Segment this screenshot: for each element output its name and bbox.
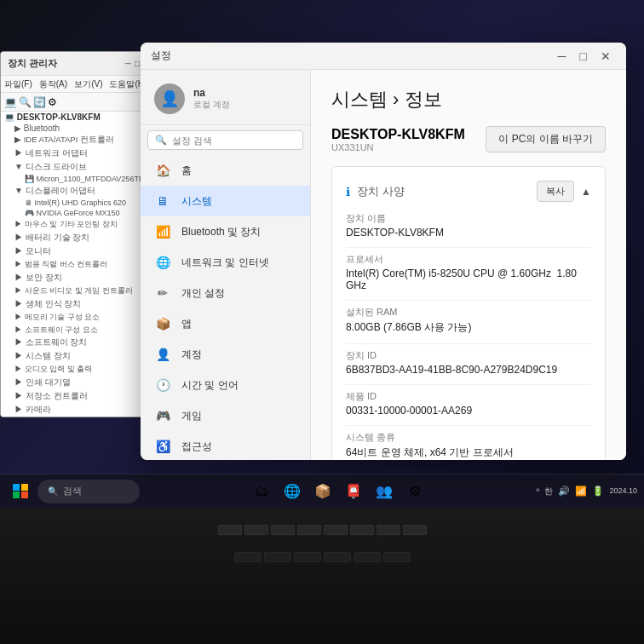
dm-item-computer[interactable]: 💻 DESKTOP-KLV8KFM: [1, 112, 157, 123]
dm-item-usb[interactable]: ▶ 범용 직렬 버스 컨트롤러: [1, 258, 157, 271]
dm-item-sound[interactable]: ▶ 사운드 비디오 및 게임 컨트롤러: [1, 285, 157, 297]
taskbar-search-box[interactable]: 🔍 검색: [37, 480, 140, 503]
home-icon: 🏠: [154, 162, 171, 179]
dm-item-micron[interactable]: 💾 Micron_1100_MTFDDAV256TBN: [1, 174, 157, 184]
dm-item-security[interactable]: ▶ 보안 장치: [1, 271, 157, 285]
sidebar-label-bluetooth: Bluetooth 및 장치: [181, 225, 261, 239]
sidebar-item-gaming[interactable]: 🎮 게임: [141, 400, 310, 431]
rename-pc-button[interactable]: 이 PC의 이름 바꾸기: [486, 126, 606, 152]
dm-item-battery-tech[interactable]: ▶ 배터리 기술 장치: [1, 231, 157, 244]
dm-item-audio[interactable]: ▶ 오디오 입력 및 출력: [1, 363, 157, 376]
settings-close-btn[interactable]: ✕: [595, 49, 616, 63]
sidebar-item-personalization[interactable]: ✏ 개인 설정: [141, 278, 310, 308]
taskbar-edge[interactable]: 🌐: [279, 478, 306, 505]
spec-section: ℹ 장치 사양 복사 ▲ 장치 이름 DESKTOP-KLV8KFM: [331, 166, 606, 460]
sidebar-label-personalization: 개인 설정: [181, 286, 225, 301]
sidebar-label-gaming: 게임: [181, 409, 202, 423]
device-manager-window: 장치 관리자 ─ □ ✕ 파일(F) 동작(A) 보기(V) 도움말(H) 💻 …: [0, 51, 158, 417]
settings-max-btn[interactable]: □: [575, 49, 592, 63]
tray-battery-icon[interactable]: 🔋: [592, 486, 604, 497]
settings-search-input[interactable]: [172, 135, 296, 146]
dm-toolbar-icon3[interactable]: 🔄: [33, 96, 46, 108]
dm-menu-file[interactable]: 파일(F): [4, 78, 32, 90]
dm-item-network-adapter[interactable]: ▶ 네트워크 어댑터: [1, 147, 157, 160]
accounts-icon: 👤: [154, 346, 171, 363]
dm-item-storage[interactable]: ▶ 저장소 컨트롤러: [1, 389, 157, 403]
chevron-up-icon: ▲: [581, 186, 591, 198]
dm-item-system[interactable]: ▶ 시스템 장치: [1, 349, 157, 363]
sidebar-item-home[interactable]: 🏠 홈: [141, 155, 310, 186]
dm-menubar: 파일(F) 동작(A) 보기(V) 도움말(H): [1, 76, 157, 93]
dm-titlebar: 장치 관리자 ─ □ ✕: [1, 52, 157, 76]
system-icon: 🖥: [154, 193, 171, 210]
sidebar-item-time[interactable]: 🕐 시간 및 언어: [141, 370, 310, 400]
tray-volume-icon[interactable]: 🔊: [558, 486, 570, 497]
dm-item-memory[interactable]: ▶ 메모리 기술 구성 요소: [1, 311, 157, 324]
dm-item-intel-gpu[interactable]: 🖥 Intel(R) UHD Graphics 620: [1, 198, 157, 208]
settings-sidebar: 👤 na 로컬 계정 🔍 🏠 홈 🖥: [141, 70, 311, 460]
dm-toolbar-icon2[interactable]: 🔍: [19, 96, 32, 108]
dm-item-software-comp[interactable]: ▶ 소프트웨이 구성 요소: [1, 324, 157, 336]
dm-item-display[interactable]: ▼ 디스플레이 어댑터: [1, 184, 157, 198]
sidebar-item-system[interactable]: 🖥 시스템: [141, 186, 310, 216]
dm-item-bluetooth[interactable]: ▶ Bluetooth: [1, 123, 157, 134]
gaming-icon: 🎮: [154, 407, 171, 424]
taskbar-settings[interactable]: ⚙: [401, 478, 428, 505]
sidebar-item-accessibility[interactable]: ♿ 접근성: [141, 431, 310, 460]
tray-lang: 한: [544, 486, 553, 497]
system-tray: ^ 한 🔊 📶 🔋 2024.10: [536, 486, 637, 497]
taskbar-mail[interactable]: 📮: [340, 478, 367, 505]
dm-tree: 💻 DESKTOP-KLV8KFM ▶ Bluetooth ▶ IDE ATA/…: [1, 112, 157, 417]
spec-item-system-type: 시스템 종류 64비트 운영 체제, x64 기반 프로세서: [346, 431, 591, 460]
sidebar-label-accessibility: 접근성: [181, 440, 212, 454]
device-name-section: DESKTOP-KLV8KFM UX331UN 이 PC의 이름 바꾸기: [331, 126, 606, 152]
dm-item-mouse[interactable]: ▶ 마우스 및 기타 포인팅 장치: [1, 218, 157, 231]
dm-item-ide[interactable]: ▶ IDE ATA/ATAPI 컨트롤러: [1, 134, 157, 147]
dm-item-biometric[interactable]: ▶ 생체 인식 장치: [1, 297, 157, 311]
device-model: UX331UN: [331, 142, 465, 152]
sidebar-item-network[interactable]: 🌐 네트워크 및 인터넷: [141, 247, 310, 278]
start-button[interactable]: [7, 478, 34, 505]
sidebar-item-accounts[interactable]: 👤 계정: [141, 339, 310, 370]
dm-menu-action[interactable]: 동작(A): [39, 78, 67, 90]
dm-item-software-dev[interactable]: ▶ 소프트웨이 장치: [1, 336, 157, 349]
taskbar-file-explorer[interactable]: 🗂: [248, 478, 275, 505]
user-subtitle: 로컬 계정: [193, 99, 230, 111]
settings-window: 설정 ─ □ ✕ 👤 na 로컬 계정 🔍: [141, 43, 626, 460]
dm-item-nvidia-gpu[interactable]: 🎮 NVIDIA GeForce MX150: [1, 208, 157, 218]
personalization-icon: ✏: [154, 285, 171, 302]
dm-item-disk[interactable]: ▼ 디스크 드라이브: [1, 160, 157, 174]
dm-item-camera[interactable]: ▶ 카메라: [1, 403, 157, 417]
tray-network-icon[interactable]: 📶: [575, 486, 587, 497]
taskbar-search-icon: 🔍: [48, 486, 58, 496]
dm-max-btn[interactable]: □: [135, 59, 140, 68]
dm-toolbar-icon4[interactable]: ⚙: [48, 96, 57, 108]
settings-min-btn[interactable]: ─: [553, 49, 572, 63]
spec-item-device-name: 장치 이름 DESKTOP-KLV8KFM: [346, 212, 591, 239]
settings-body: 👤 na 로컬 계정 🔍 🏠 홈 🖥: [141, 70, 626, 460]
user-name: na: [193, 87, 230, 99]
search-icon: 🔍: [155, 135, 167, 146]
desktop: 장치 관리자 ─ □ ✕ 파일(F) 동작(A) 보기(V) 도움말(H) 💻 …: [0, 0, 644, 644]
tray-arrow[interactable]: ^: [536, 487, 539, 496]
sidebar-item-bluetooth[interactable]: 📶 Bluetooth 및 장치: [141, 216, 310, 247]
taskbar: 🔍 검색 🗂 🌐 📦 📮 👥 ⚙ ^ 한 🔊 📶 🔋 2024.10: [0, 474, 644, 508]
dm-item-monitor[interactable]: ▶ 모니터: [1, 244, 157, 258]
dm-menu-view[interactable]: 보기(V): [74, 78, 102, 90]
page-title: 시스템 › 정보: [331, 87, 606, 112]
sidebar-item-apps[interactable]: 📦 앱: [141, 308, 310, 339]
spec-item-ram: 설치된 RAM 8.00GB (7.86GB 사용 가능): [346, 306, 591, 335]
dm-item-print[interactable]: ▶ 인쇄 대기열: [1, 376, 157, 389]
dm-toolbar-icon1[interactable]: 💻: [4, 96, 17, 108]
spec-item-device-id: 장치 ID 6B837BD3-AA19-41BB-8C90-A279B24D9C…: [346, 349, 591, 376]
dm-title: 장치 관리자: [8, 57, 57, 70]
copy-button[interactable]: 복사: [537, 181, 574, 202]
dm-min-btn[interactable]: ─: [125, 59, 131, 68]
bluetooth-icon: 📶: [154, 223, 171, 240]
windows-logo: [13, 484, 28, 499]
taskbar-store[interactable]: 📦: [309, 478, 336, 505]
spec-item-product-id: 제품 ID 00331-10000-00001-AA269: [346, 390, 591, 417]
taskbar-teams[interactable]: 👥: [371, 478, 398, 505]
taskbar-clock[interactable]: 2024.10: [609, 486, 637, 497]
dm-toolbar: 💻 🔍 🔄 ⚙: [1, 93, 157, 112]
